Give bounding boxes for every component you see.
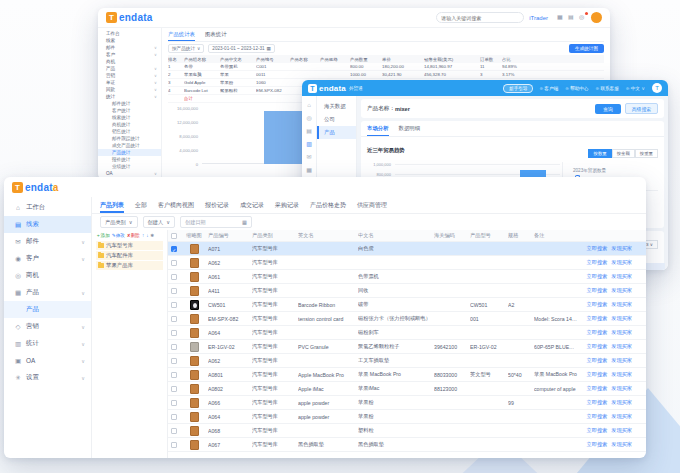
row-checkbox[interactable]: [171, 400, 177, 406]
action-link-立即搜索[interactable]: 立即搜索: [587, 441, 608, 448]
nav-item-海关数据[interactable]: 海关数据: [317, 100, 356, 113]
table-row[interactable]: 1色带色带票机C001800.00180,200.0014,801,960.97…: [168, 63, 604, 71]
sidebar-item[interactable]: OA∨: [98, 170, 161, 177]
product-code-link[interactable]: A071: [208, 246, 252, 252]
table-row[interactable]: A0802汽车型号库Apple iMac苹果iMac88123000comput…: [168, 382, 646, 396]
sidebar-item[interactable]: 客户∨: [98, 51, 161, 58]
create-date-input[interactable]: 创建日期▦: [180, 216, 252, 228]
action-link-发现买家[interactable]: 发现买家: [611, 413, 632, 420]
table-row[interactable]: A062汽车型号库工叉车插取垫立即搜索发现买家: [168, 354, 646, 368]
compass-icon[interactable]: ◎: [306, 114, 311, 121]
product-code-link[interactable]: A064: [208, 414, 252, 420]
folder-item[interactable]: 苹果产品库: [96, 261, 163, 270]
action-link-立即搜索[interactable]: 立即搜索: [587, 385, 608, 392]
tree-tool-↓[interactable]: ↓: [146, 233, 148, 238]
action-link-立即搜索[interactable]: 立即搜索: [587, 273, 608, 280]
toggle-按重量[interactable]: 按重量: [635, 149, 658, 158]
sidebar-item[interactable]: 线索统计: [98, 114, 161, 121]
action-link-立即搜索[interactable]: 立即搜索: [587, 427, 608, 434]
sidebar-item[interactable]: 商机统计: [98, 121, 161, 128]
tab-客户横向视图[interactable]: 客户横向视图: [158, 197, 194, 213]
tab-成交记录[interactable]: 成交记录: [240, 197, 264, 213]
sidebar-item-工作台[interactable]: ⌂工作台: [4, 199, 91, 216]
itrader-link[interactable]: iTrader: [529, 15, 548, 21]
sidebar-item[interactable]: 统计∨: [98, 93, 161, 100]
sidebar-item-商机[interactable]: ◎商机: [4, 267, 91, 284]
tab-供应商管理[interactable]: 供应商管理: [357, 197, 387, 213]
select-all-checkbox[interactable]: [171, 233, 177, 239]
sidebar-item[interactable]: 成交产品统计: [98, 142, 161, 149]
sidebar-item-产品[interactable]: 产品: [4, 301, 91, 318]
tree-tool-✱[interactable]: ✱: [150, 233, 154, 238]
generate-chart-button[interactable]: 生成统计图: [569, 44, 604, 53]
sidebar-item[interactable]: 邮件统计: [98, 100, 161, 107]
action-link-发现买家[interactable]: 发现买家: [611, 357, 632, 364]
sidebar-item[interactable]: 回款∨: [98, 86, 161, 93]
advanced-search-button[interactable]: 高级搜索: [625, 103, 658, 114]
tab-市场分析[interactable]: 市场分析: [367, 125, 389, 136]
action-link-发现买家[interactable]: 发现买家: [611, 371, 632, 378]
sidebar-item-营销[interactable]: ◇营销∨: [4, 318, 91, 335]
header-menu-item[interactable]: ⊙ 中文 ∨: [626, 86, 645, 91]
action-link-发现买家[interactable]: 发现买家: [611, 343, 632, 350]
table-row[interactable]: EM-SPX-082汽车型号库tension control card磁粉张力卡…: [168, 312, 646, 326]
action-link-发现买家[interactable]: 发现买家: [611, 259, 632, 266]
sidebar-item[interactable]: 营销∨: [98, 72, 161, 79]
sidebar-item-线索[interactable]: ▤线索: [4, 216, 91, 233]
sidebar-item-产品[interactable]: ▦产品∨: [4, 284, 91, 301]
global-search-input[interactable]: [436, 12, 524, 23]
gear-icon[interactable]: ▤: [568, 14, 575, 21]
guide-pill-button[interactable]: 新手引导: [503, 84, 533, 93]
tab-数据明细[interactable]: 数据明细: [399, 125, 421, 136]
sidebar-item[interactable]: 邮件∨: [98, 44, 161, 51]
sidebar-item-OA[interactable]: ▣OA∨: [4, 352, 91, 369]
sidebar-item[interactable]: 报价统计: [98, 156, 161, 163]
table-row[interactable]: A061汽车型号库色带票机立即搜索发现买家: [168, 270, 646, 284]
nav-item-产品[interactable]: 产品: [317, 126, 356, 139]
table-row[interactable]: ✓A071汽车型号库白色蛋立即搜索发现买家: [168, 242, 646, 256]
bell-icon[interactable]: ◎: [579, 14, 586, 21]
table-row[interactable]: A064汽车型号库磁粉刹车立即搜索发现买家: [168, 326, 646, 340]
product-code-link[interactable]: A067: [208, 442, 252, 448]
sidebar-item[interactable]: 业绩统计: [98, 163, 161, 170]
header-menu-item[interactable]: ⊙ 帮助中心: [565, 86, 588, 91]
sidebar-item[interactable]: 商机: [98, 58, 161, 65]
table-row[interactable]: 2苹果电脑苹果00111000.0030,421.90456,328.7033.…: [168, 71, 604, 79]
toggle-按金额[interactable]: 按金额: [612, 149, 635, 158]
action-link-立即搜索[interactable]: 立即搜索: [587, 357, 608, 364]
action-link-立即搜索[interactable]: 立即搜索: [587, 245, 608, 252]
sidebar-item[interactable]: 工作台: [98, 30, 161, 37]
tab-全部[interactable]: 全部: [135, 197, 147, 213]
hs-code[interactable]: 39642100: [434, 344, 470, 350]
action-link-发现买家[interactable]: 发现买家: [611, 385, 632, 392]
product-code-link[interactable]: A0801: [208, 372, 252, 378]
row-checkbox[interactable]: [171, 358, 177, 364]
sidebar-item[interactable]: 单证∨: [98, 79, 161, 86]
table-row[interactable]: A0801汽车型号库Apple MacBook Pro苹果 MacBook Pr…: [168, 368, 646, 382]
sidebar-item-统计[interactable]: ▥统计∨: [4, 335, 91, 352]
action-link-立即搜索[interactable]: 立即搜索: [587, 329, 608, 336]
action-link-立即搜索[interactable]: 立即搜索: [587, 315, 608, 322]
tree-tool-↑[interactable]: ↑: [142, 233, 144, 238]
row-checkbox[interactable]: [171, 316, 177, 322]
sidebar-item[interactable]: 邮件跟踪统计: [98, 135, 161, 142]
folder-item[interactable]: 汽车配件库: [96, 251, 163, 260]
product-code-link[interactable]: A062: [208, 358, 252, 364]
sidebar-item[interactable]: 销售统计: [98, 128, 161, 135]
row-checkbox[interactable]: [171, 344, 177, 350]
calendar-icon[interactable]: ▦: [306, 166, 312, 173]
action-link-立即搜索[interactable]: 立即搜索: [587, 413, 608, 420]
tab-报价记录[interactable]: 报价记录: [205, 197, 229, 213]
category-select[interactable]: 产品类别∨: [100, 216, 138, 228]
tree-tool-＋添加[interactable]: ＋添加: [96, 233, 110, 238]
row-checkbox[interactable]: [171, 414, 177, 420]
sidebar-item-邮件[interactable]: ✉邮件∨: [4, 233, 91, 250]
hs-code[interactable]: 88123000: [434, 386, 470, 392]
home-icon[interactable]: ⌂: [307, 102, 311, 108]
date-range-input[interactable]: 2023-01-01 ~ 2023-12-31▦: [208, 44, 275, 53]
action-link-立即搜索[interactable]: 立即搜索: [587, 343, 608, 350]
row-checkbox[interactable]: [171, 260, 177, 266]
action-link-发现买家[interactable]: 发现买家: [611, 427, 632, 434]
folder-item[interactable]: 汽车型号库: [96, 241, 163, 250]
hs-code[interactable]: 88033000: [434, 372, 470, 378]
